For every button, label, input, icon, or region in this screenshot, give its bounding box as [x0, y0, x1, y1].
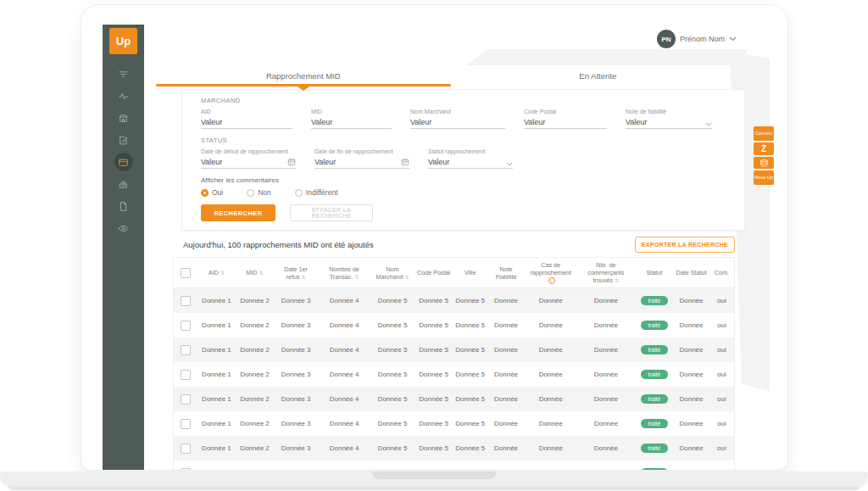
- radio-circle[interactable]: [247, 189, 254, 197]
- info-icon[interactable]: i: [548, 277, 555, 284]
- tab-en-attente[interactable]: En Attente: [451, 65, 746, 86]
- contract-icon[interactable]: [114, 197, 133, 215]
- row-checkbox[interactable]: [181, 296, 191, 306]
- status-badge: traité: [641, 321, 668, 330]
- field-label: Date de fin de rapprochement: [314, 148, 409, 154]
- data-cell: Donnée: [525, 338, 577, 362]
- data-cell: Donnée: [576, 362, 635, 387]
- col-statut: Statut: [635, 258, 673, 288]
- calendar-icon: [287, 158, 296, 166]
- export-button[interactable]: EXPORTER LA RECHERCHE: [635, 237, 735, 253]
- credit-card-icon[interactable]: [114, 153, 133, 171]
- shop-icon[interactable]: [114, 109, 133, 127]
- sidebar-nav: [114, 64, 133, 237]
- column-label: Date Statut: [676, 269, 706, 276]
- user-name: Prénom Nom: [680, 35, 725, 43]
- status-field-statut-rapprochement[interactable]: Statut rapprochementValeur: [428, 148, 513, 169]
- edit-document-icon[interactable]: [114, 131, 133, 149]
- filter-icon[interactable]: [114, 64, 133, 83]
- data-cell: Donnée: [525, 411, 577, 436]
- zendesk-tab[interactable]: Z: [754, 142, 774, 155]
- row-checkbox[interactable]: [181, 345, 191, 355]
- row-checkbox[interactable]: [181, 370, 191, 380]
- marchand-field-mid[interactable]: MIDValeur: [311, 109, 392, 129]
- data-cell: Donnée 2: [236, 362, 274, 387]
- radio-circle[interactable]: [201, 189, 209, 197]
- eye-icon[interactable]: [114, 219, 133, 237]
- col-nombre-de-transac[interactable]: Nombre de Transac.⇅: [318, 258, 370, 288]
- status-field-date-de-d-but-de-rapprochement[interactable]: Date de début de rapprochementValeur: [201, 148, 296, 169]
- marchand-fields-row: AIDValeurMIDValeurNom MarchandValeurCode…: [201, 109, 731, 129]
- col-nbr-de-commer-ants-trouv-s[interactable]: Nbr. de commerçants trouvés⇅: [576, 258, 635, 288]
- marchand-field-nom-marchand[interactable]: Nom MarchandValeur: [410, 109, 505, 129]
- radio-indiff-rent[interactable]: Indifférent: [295, 188, 338, 197]
- field-value[interactable]: Valeur: [428, 156, 513, 169]
- radio-label: Indifférent: [306, 188, 338, 197]
- field-value-text: Valeur: [410, 118, 431, 126]
- field-value[interactable]: Valeur: [410, 116, 505, 129]
- col-mid[interactable]: MID⇅: [236, 258, 274, 288]
- status-badge: traité: [641, 394, 668, 404]
- row-checkbox[interactable]: [181, 419, 191, 429]
- col-nom-marchand[interactable]: Nom Marchand⇅: [370, 258, 415, 288]
- status-cell: traité: [635, 411, 673, 436]
- data-cell: Donnée 3: [274, 288, 318, 314]
- clear-search-button[interactable]: EFFACER LA RECHERCHE: [290, 204, 373, 221]
- active-tab-underline: [156, 84, 451, 86]
- sort-icon[interactable]: ⇅: [220, 270, 225, 276]
- radio-circle[interactable]: [295, 189, 303, 197]
- row-checkbox[interactable]: [181, 444, 191, 454]
- cash-register-icon[interactable]: [114, 175, 133, 193]
- data-cell: oui: [709, 313, 735, 338]
- col-aid[interactable]: AID⇅: [198, 258, 236, 288]
- column-label: Code Postal: [417, 269, 450, 276]
- field-value[interactable]: Valeur: [626, 116, 712, 129]
- search-button[interactable]: RECHERCHER: [201, 204, 275, 221]
- data-cell: Donnée 2: [236, 338, 274, 362]
- sort-icon[interactable]: ⇅: [354, 274, 359, 280]
- resources-tab[interactable]: [754, 157, 774, 169]
- status-badge: traité: [641, 468, 668, 470]
- row-checkbox[interactable]: [181, 394, 191, 405]
- sort-icon[interactable]: ⇅: [615, 277, 619, 283]
- data-cell: Donnée: [576, 338, 635, 362]
- app-window: Up PN Prénom Nom Rapprochement MID En At…: [93, 17, 776, 470]
- field-label: AID: [201, 109, 292, 114]
- data-cell: oui: [709, 288, 735, 314]
- field-value[interactable]: Valeur: [524, 116, 607, 129]
- radio-non[interactable]: Non: [247, 188, 271, 197]
- data-cell: Donnée: [487, 387, 525, 411]
- data-cell: Donnée 4: [318, 411, 370, 436]
- sort-icon[interactable]: ⇅: [259, 270, 264, 276]
- radio-oui[interactable]: Oui: [201, 188, 223, 197]
- conecto-tab[interactable]: Conecto: [754, 126, 774, 141]
- select-all-checkbox[interactable]: [181, 268, 191, 278]
- data-cell: Donnée 5: [415, 387, 453, 411]
- tab-rapprochement-mid[interactable]: Rapprochement MID: [156, 65, 451, 86]
- sort-icon[interactable]: ⇅: [302, 274, 306, 280]
- user-menu[interactable]: PN Prénom Nom: [657, 30, 737, 48]
- data-cell: Donnée 2: [236, 411, 274, 436]
- data-cell: Donnée 1: [198, 362, 236, 387]
- marchand-field-code-postal[interactable]: Code PostalValeur: [524, 109, 607, 129]
- marchand-field-aid[interactable]: AIDValeur: [201, 109, 292, 129]
- row-checkbox-cell: [174, 387, 198, 411]
- row-checkbox[interactable]: [181, 321, 191, 331]
- sort-icon[interactable]: ⇅: [404, 274, 409, 280]
- column-label: Cas de rapprochement: [530, 261, 570, 276]
- field-value[interactable]: Valeur: [311, 116, 392, 129]
- status-fields-row: Date de début de rapprochementValeurDate…: [201, 148, 731, 169]
- col-date-1er-refus[interactable]: Date 1er refus⇅: [274, 258, 318, 288]
- row-checkbox[interactable]: [181, 468, 191, 470]
- status-cell: traité: [635, 362, 673, 387]
- move-up-tab[interactable]: Move Up: [754, 170, 774, 185]
- field-value[interactable]: Valeur: [201, 156, 296, 169]
- col-cas-de-rapprochement: Cas de rapprochementi: [525, 258, 577, 288]
- field-value[interactable]: Valeur: [201, 116, 292, 129]
- activity-icon[interactable]: [114, 86, 133, 105]
- marchand-field-note-de-fiabilit[interactable]: Note de fiabilitéValeur: [626, 109, 712, 129]
- column-label: MID: [246, 269, 257, 276]
- col-com: Com.: [709, 258, 735, 288]
- field-value[interactable]: Valeur: [314, 156, 409, 169]
- status-field-date-de-fin-de-rapprochement[interactable]: Date de fin de rapprochementValeur: [314, 148, 409, 169]
